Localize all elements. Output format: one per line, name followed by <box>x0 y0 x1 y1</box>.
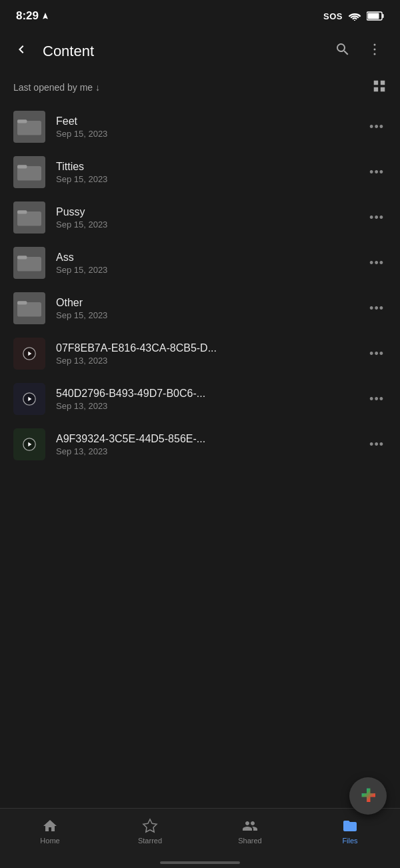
starred-icon <box>142 818 158 834</box>
nav-home[interactable]: Home <box>0 815 100 845</box>
bottom-nav: Home Starred Shared Files <box>0 808 400 868</box>
video-thumb <box>13 338 45 370</box>
status-right: SOS <box>323 11 384 21</box>
time-display: 8:29 <box>16 9 39 23</box>
grid-view-button[interactable] <box>372 79 387 96</box>
file-name: 540D2796-B493-49D7-B0C6-... <box>56 388 356 400</box>
home-icon <box>42 818 58 834</box>
file-more-button[interactable]: ••• <box>367 432 387 457</box>
file-date: Sep 15, 2023 <box>56 310 356 320</box>
file-info: Ass Sep 15, 2023 <box>56 252 356 275</box>
file-date: Sep 15, 2023 <box>56 220 356 230</box>
search-button[interactable] <box>331 37 355 65</box>
files-icon <box>342 818 358 834</box>
header: Content <box>0 29 400 73</box>
file-more-button[interactable]: ••• <box>367 160 387 185</box>
nav-starred[interactable]: Starred <box>100 815 200 845</box>
file-info: 540D2796-B493-49D7-B0C6-... Sep 13, 2023 <box>56 388 356 411</box>
folder-thumb <box>13 156 45 188</box>
nav-files-label: Files <box>342 837 357 845</box>
file-date: Sep 15, 2023 <box>56 265 356 275</box>
sort-label-text: Last opened by me <box>13 82 93 93</box>
file-name: A9F39324-3C5E-44D5-856E-... <box>56 433 356 445</box>
fab-plus-icon: ✚ <box>361 787 376 805</box>
list-item[interactable]: Ass Sep 15, 2023 ••• <box>0 240 400 286</box>
nav-shared[interactable]: Shared <box>200 815 300 845</box>
svg-rect-16 <box>17 301 27 304</box>
file-more-button[interactable]: ••• <box>367 387 387 412</box>
svg-point-6 <box>374 53 376 55</box>
battery-icon <box>367 11 384 21</box>
page-title: Content <box>43 43 323 60</box>
file-date: Sep 15, 2023 <box>56 174 356 184</box>
file-date: Sep 13, 2023 <box>56 401 356 411</box>
file-more-button[interactable]: ••• <box>367 296 387 321</box>
svg-rect-12 <box>17 210 27 213</box>
wifi-icon <box>348 11 361 21</box>
file-list: Feet Sep 15, 2023 ••• Titties Sep 15, 20… <box>0 104 400 534</box>
list-item[interactable]: A9F39324-3C5E-44D5-856E-... Sep 13, 2023… <box>0 422 400 467</box>
file-name: Other <box>56 297 356 309</box>
svg-rect-2 <box>383 14 384 18</box>
file-date: Sep 15, 2023 <box>56 129 356 139</box>
svg-rect-3 <box>368 13 379 19</box>
location-icon <box>41 12 49 20</box>
file-date: Sep 13, 2023 <box>56 446 356 456</box>
list-item[interactable]: Other Sep 15, 2023 ••• <box>0 286 400 331</box>
file-name: Ass <box>56 252 356 264</box>
sos-indicator: SOS <box>323 11 343 21</box>
nav-files[interactable]: Files <box>300 815 400 845</box>
nav-home-label: Home <box>40 837 59 845</box>
status-bar: 8:29 SOS <box>0 0 400 29</box>
sort-bar: Last opened by me ↓ <box>0 73 400 104</box>
status-time: 8:29 <box>16 9 49 23</box>
nav-shared-label: Shared <box>238 837 261 845</box>
file-more-button[interactable]: ••• <box>367 342 387 366</box>
folder-thumb <box>13 201 45 234</box>
sort-button[interactable]: Last opened by me ↓ <box>13 82 100 93</box>
file-info: Titties Sep 15, 2023 <box>56 161 356 184</box>
svg-point-4 <box>374 44 376 46</box>
file-name: Feet <box>56 115 356 127</box>
file-more-button[interactable]: ••• <box>367 205 387 230</box>
folder-thumb <box>13 111 45 143</box>
file-name: Titties <box>56 161 356 173</box>
back-button[interactable] <box>13 39 35 65</box>
video-thumb <box>13 428 45 460</box>
svg-rect-10 <box>17 165 27 168</box>
list-item[interactable]: Pussy Sep 15, 2023 ••• <box>0 195 400 240</box>
nav-starred-label: Starred <box>138 837 162 845</box>
list-item[interactable]: Feet Sep 15, 2023 ••• <box>0 104 400 149</box>
file-info: Other Sep 15, 2023 <box>56 297 356 320</box>
list-item[interactable]: 07F8EB7A-E816-43CA-8CB5-D... Sep 13, 202… <box>0 331 400 376</box>
file-info: Feet Sep 15, 2023 <box>56 115 356 139</box>
folder-thumb <box>13 292 45 324</box>
file-name: Pussy <box>56 206 356 218</box>
add-fab[interactable]: ✚ <box>349 777 387 815</box>
svg-point-5 <box>374 49 376 51</box>
file-info: A9F39324-3C5E-44D5-856E-... Sep 13, 2023 <box>56 433 356 456</box>
file-info: Pussy Sep 15, 2023 <box>56 206 356 230</box>
home-indicator <box>160 861 240 864</box>
file-more-button[interactable]: ••• <box>367 251 387 276</box>
sort-arrow: ↓ <box>95 82 100 93</box>
file-info: 07F8EB7A-E816-43CA-8CB5-D... Sep 13, 202… <box>56 342 356 366</box>
file-date: Sep 13, 2023 <box>56 356 356 366</box>
folder-thumb <box>13 247 45 279</box>
list-item[interactable]: 540D2796-B493-49D7-B0C6-... Sep 13, 2023… <box>0 376 400 422</box>
list-item[interactable]: Titties Sep 15, 2023 ••• <box>0 149 400 195</box>
svg-rect-14 <box>17 256 27 259</box>
more-button[interactable] <box>363 37 387 65</box>
video-thumb <box>13 383 45 415</box>
svg-rect-8 <box>17 119 27 123</box>
file-name: 07F8EB7A-E816-43CA-8CB5-D... <box>56 342 356 354</box>
svg-point-0 <box>354 20 355 21</box>
file-more-button[interactable]: ••• <box>367 115 387 139</box>
shared-icon <box>242 818 258 834</box>
